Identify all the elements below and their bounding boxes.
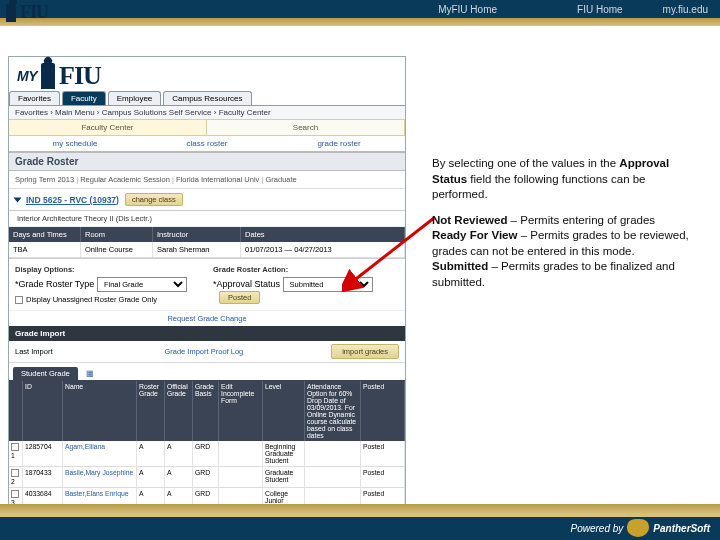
tab-campus-resources[interactable]: Campus Resources	[163, 91, 251, 105]
primary-tabs: Favorites Faculty Employee Campus Resour…	[9, 91, 405, 106]
app-screenshot: MY FIU Favorites Faculty Employee Campus…	[8, 56, 406, 510]
hdr-roster-grade: Roster Grade	[137, 381, 165, 441]
class-link[interactable]: IND 5625 - RVC (10937)	[26, 195, 119, 205]
approval-status-label: *Approval Status	[213, 279, 280, 289]
breadcrumb: Favorites Main Menu Campus Solutions Sel…	[9, 106, 405, 120]
roster-header: ID Name Roster Grade Official Grade Grad…	[9, 381, 405, 441]
roster-type-select[interactable]: Final Grade	[97, 277, 187, 292]
display-options: Display Options: *Grade Roster Type Fina…	[9, 258, 405, 310]
institution-name: Florida International Univ	[176, 175, 259, 184]
instr-p1a: By selecting one of the values in the	[432, 157, 619, 169]
instr-ready-for-view-label: Ready For View	[432, 229, 517, 241]
topbar-link-myfiu-home[interactable]: MyFIU Home	[438, 4, 497, 15]
faculty-center-nav: my schedule class roster grade roster	[9, 136, 405, 152]
powered-by-label: Powered by	[571, 523, 624, 534]
cell-edit-incomplete	[219, 467, 263, 487]
class-header: IND 5625 - RVC (10937) change class	[9, 189, 405, 211]
request-grade-change-link[interactable]: Request Grade Change	[9, 310, 405, 326]
change-class-button[interactable]: change class	[125, 193, 183, 206]
row-checkbox[interactable]	[11, 469, 19, 477]
topbar-url: my.fiu.edu	[663, 4, 708, 15]
outer-fiu-text: FIU	[20, 2, 48, 23]
subtab-search[interactable]: Search	[207, 120, 405, 135]
grade-import-bar: Grade Import	[9, 326, 405, 341]
cell-posted: Posted	[361, 441, 405, 466]
career-name: Graduate	[266, 175, 297, 184]
cell-edit-incomplete	[219, 441, 263, 466]
hdr-id: ID	[23, 381, 63, 441]
hdr-name: Name	[63, 381, 137, 441]
page-title: Grade Roster	[9, 152, 405, 171]
tab-employee[interactable]: Employee	[108, 91, 162, 105]
panther-icon	[627, 519, 649, 537]
cell-room: Online Course	[81, 242, 153, 257]
cell-grade-basis: GRD	[193, 467, 219, 487]
instruction-text: By selecting one of the values in the Ap…	[432, 156, 702, 300]
class-description: Interior Architecture Theory II (Dis Lec…	[9, 211, 405, 227]
unassigned-checkbox[interactable]	[15, 296, 23, 304]
cell-instructor: Sarah Sherman	[153, 242, 241, 257]
panthersoft-label: PantherSoft	[653, 523, 710, 534]
term-name: Spring Term 2013	[15, 175, 74, 184]
cell-id: 1870433	[23, 467, 63, 487]
nav-class-roster[interactable]: class roster	[141, 136, 273, 151]
torch-icon	[41, 63, 55, 89]
student-grade-tabrow: Student Grade ▦	[9, 363, 405, 381]
crumb-main-menu[interactable]: Main Menu	[55, 108, 102, 117]
instr-not-reviewed-text: – Permits entering of grades	[507, 214, 655, 226]
cell-official-grade: A	[165, 467, 193, 487]
grid-expand-icon[interactable]: ▦	[86, 369, 94, 378]
cell-attendance	[305, 441, 361, 466]
nav-my-schedule[interactable]: my schedule	[9, 136, 141, 151]
hdr-grade-basis: Grade Basis	[193, 381, 219, 441]
grade-import-row: Last Import Grade Import Proof Log impor…	[9, 341, 405, 363]
col-dates: Dates	[241, 227, 405, 242]
display-options-label: Display Options:	[15, 265, 201, 274]
crumb-campus-solutions[interactable]: Campus Solutions Self Service	[102, 108, 219, 117]
cell-dates: 01/07/2013 — 04/27/2013	[241, 242, 405, 257]
cell-name[interactable]: Agam,Elliana	[63, 441, 137, 466]
row-checkbox[interactable]	[11, 443, 19, 451]
cell-attendance	[305, 467, 361, 487]
table-row: 21870433Basile,Mary JosephineAAGRDGradua…	[9, 467, 405, 488]
student-grade-tab[interactable]: Student Grade	[13, 367, 78, 380]
posted-button[interactable]: Posted	[219, 291, 260, 304]
powered-by-panthersoft: Powered by PantherSoft	[571, 519, 710, 537]
nav-grade-roster[interactable]: grade roster	[273, 136, 405, 151]
unassigned-label: Display Unassigned Roster Grade Only	[26, 295, 157, 304]
import-grades-button[interactable]: import grades	[331, 344, 399, 359]
cell-level: Beginning Graduate Student	[263, 441, 305, 466]
brand-my: MY	[17, 68, 37, 84]
roster-action-label: Grade Roster Action:	[213, 265, 399, 274]
roster-type-label: *Grade Roster Type	[15, 279, 94, 289]
app-brand: MY FIU	[9, 57, 405, 91]
cell-id: 1285704	[23, 441, 63, 466]
cell-name[interactable]: Basile,Mary Josephine	[63, 467, 137, 487]
hdr-edit-incomplete: Edit Incomplete Form	[219, 381, 263, 441]
hdr-attendance: Attendance Option for 60% Drop Date of 0…	[305, 381, 361, 441]
last-import-label: Last Import	[15, 347, 53, 356]
cell-official-grade: A	[165, 441, 193, 466]
grade-import-proof-log-link[interactable]: Grade Import Proof Log	[164, 347, 243, 356]
gold-divider-bottom	[0, 504, 720, 514]
cell-grade-basis: GRD	[193, 441, 219, 466]
class-info-header: Days and Times Room Instructor Dates	[9, 227, 405, 242]
row-checkbox[interactable]	[11, 490, 19, 498]
topbar-link-fiu-home[interactable]: FIU Home	[577, 4, 623, 15]
crumb-faculty-center[interactable]: Faculty Center	[219, 108, 271, 117]
cell-roster-grade: A	[137, 467, 165, 487]
sub-tabs: Faculty Center Search	[9, 120, 405, 136]
hdr-level: Level	[263, 381, 305, 441]
instr-submitted-label: Submitted	[432, 260, 488, 272]
hdr-official-grade: Official Grade	[165, 381, 193, 441]
cell-level: Graduate Student	[263, 467, 305, 487]
crumb-favorites[interactable]: Favorites	[15, 108, 55, 117]
col-room: Room	[81, 227, 153, 242]
tab-faculty[interactable]: Faculty	[62, 91, 106, 105]
approval-status-select[interactable]: Submitted	[283, 277, 373, 292]
term-line: Spring Term 2013 | Regular Academic Sess…	[9, 171, 405, 189]
expand-icon[interactable]	[14, 197, 22, 202]
outer-fiu-logo: FIU	[6, 2, 48, 23]
tab-favorites[interactable]: Favorites	[9, 91, 60, 105]
subtab-faculty-center[interactable]: Faculty Center	[9, 120, 207, 135]
